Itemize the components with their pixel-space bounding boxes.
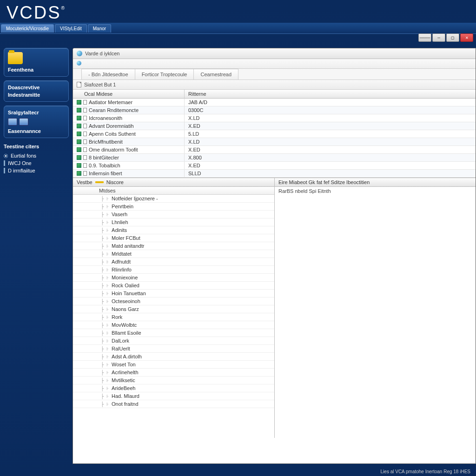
top-tab-0[interactable]: Mocuterick/Vicrosdie [1,24,54,33]
table-row[interactable]: Advant DoremniatihX.ED [73,122,476,130]
tree-item[interactable]: ├ ⊦Matd anitandtr [73,242,274,250]
tree-item[interactable]: ├ ⊦RalUerlt [73,345,274,353]
tree-item[interactable]: ├ ⊦Mrldtatet [73,250,274,258]
table-row[interactable]: 0.9. TobalbichX.ED [73,162,476,170]
tree-label: Acrlinehelth [112,370,138,375]
table-row[interactable]: Inllernsin fibertSLLD [73,170,476,178]
tree-item[interactable]: ├ ⊦Had. Mlaurd [73,392,274,400]
tree-item[interactable]: ├ ⊦Moler FCBut [73,234,274,242]
drive-icon[interactable] [8,118,17,126]
tree-item[interactable]: ├ ⊦Penrtbein [73,203,274,211]
tree-item[interactable]: ├ ⊦Woset Ton [73,361,274,369]
table-row[interactable]: BricMfnutlbenitX.LD [73,138,476,146]
tree-item[interactable]: ├ ⊦Adinits [73,226,274,234]
tree-connector-icon: ├ ⊦ [101,386,109,391]
tree-item[interactable]: ├ ⊦Rork [73,313,274,321]
tree-item[interactable]: ├ ⊦Rock Oalied [73,282,274,290]
tree-connector-icon: ├ ⊦ [101,204,109,209]
tree-connector-icon: ├ ⊦ [101,236,109,241]
table-row[interactable]: IdcroanesonithX.LD [73,114,476,122]
row-value: X.ED [185,122,476,130]
tree-label: DalLork [112,338,129,344]
top-tab-2[interactable]: Manor [88,24,111,33]
row-value: X.LD [185,114,476,122]
status-bar: Lies al VCA pmatohe Inertoan Reg 18 iHES [379,467,472,476]
minimize-button[interactable]: ─ [432,33,445,42]
sidebar-radio-0[interactable]: Eurtial fons [4,152,69,159]
tree-item[interactable]: ├ ⊦Adst A.dirtolh [73,353,274,361]
tree-body: ├ ⊦Notfeider Ijpoznere -├ ⊦Penrtbein├ ⊦V… [73,195,274,438]
table-row[interactable]: 8 bintGiteclerX.800 [73,154,476,162]
tree-connector-icon: ├ ⊦ [101,323,109,328]
tree-connector-icon: ├ ⊦ [101,275,109,280]
sidebar-radio-2[interactable]: D irrnflaiitue [4,167,69,174]
tree-connector-icon: ├ ⊦ [101,259,109,264]
table-row[interactable]: Cearan Rnditemoncte0300C [73,106,476,114]
grid-col-name[interactable]: Ocal Midese [73,90,185,98]
tree-item[interactable]: ├ ⊦Adfnutdt [73,258,274,266]
tree-item[interactable]: ├ ⊦Acrlinehelth [73,369,274,377]
grid-body: Aatlator MertemaerJAB A/DCearan Rnditemo… [73,99,476,178]
tree-item[interactable]: ├ ⊦Naons Garz [73,305,274,313]
tree-item[interactable]: ├ ⊦Moniexoine [73,274,274,282]
tree-item[interactable]: ├ ⊦Hoin Tanuettan [73,290,274,298]
tree-label: Adinits [112,227,127,233]
device-icon[interactable] [19,118,28,126]
tree-connector-icon: ├ ⊦ [101,228,109,233]
tree-item[interactable]: ├ ⊦Rlinrlinfo [73,266,274,274]
sidebar-panel3-label[interactable]: Easennannce [8,127,65,135]
tree-item[interactable]: ├ ⊦ArideBeeh [73,384,274,392]
tree-item[interactable]: ├ ⊦Notfeider Ijpoznere - [73,195,274,203]
tree-item[interactable]: ├ ⊦Onot fraitnd [73,400,274,408]
close-button[interactable]: ✕ [460,33,473,42]
grid-col-value[interactable]: Ritterne [185,90,476,98]
table-row[interactable]: Ome dinuatorrn ToofitX.ED [73,146,476,154]
row-doc-icon [83,139,87,144]
top-tab-1[interactable]: VIStyLEdit [55,24,87,33]
refresh-button[interactable]: ──── [418,33,431,42]
main-panel: Varde d iyklcen - Bdn Jitdesedtoe Fortic… [73,48,476,464]
tree-item[interactable]: ├ ⊦MovWolbtc [73,321,274,329]
row-name: 0.9. Tobalbich [89,163,120,168]
window-controls: ──── ─ ▢ ✕ [418,33,473,42]
row-doc-icon [83,116,87,120]
table-row[interactable]: Aatlator MertemaerJAB A/D [73,99,476,106]
row-name: Cearan Rnditemoncte [89,107,139,113]
lower-left-subheader[interactable]: Mtdses [73,187,274,195]
table-row[interactable]: Apenn Coits Suthent5.LD [73,130,476,138]
row-status-icon [77,147,81,152]
row-name: Ome dinuatorrn Toofit [89,147,138,152]
tree-connector-icon: ├ ⊦ [101,291,109,296]
row-name: Advant Doremniatih [89,123,134,129]
tree-item[interactable]: ├ ⊦Lhnlieh [73,218,274,226]
tree-connector-icon: ├ ⊦ [101,346,109,351]
tree-label: Bllamt Esoile [112,330,141,336]
tree-item[interactable]: ├ ⊦Octeseoinoh [73,298,274,305]
main-tab-0[interactable]: - Bdn Jitdesedtoe [81,69,135,79]
tree-label: Notfeider Ijpoznere - [112,196,158,201]
main-tab-1[interactable]: Forticor Troptecoule [135,69,194,79]
sidebar-radio-1[interactable]: IWCJ One [4,159,69,167]
maximize-button[interactable]: ▢ [446,33,459,42]
row-doc-icon [83,100,87,105]
sidebar: Feenthena Doascrevtive Indestramitte Sra… [0,48,73,464]
tree-label: Moler FCBut [112,235,140,241]
sidebar-item-describe[interactable]: Doascrevtive [8,84,65,91]
row-value: X.800 [185,154,476,161]
tree-item[interactable]: ├ ⊦Vaserh [73,211,274,218]
toolbar-globe-icon[interactable] [77,61,81,66]
row-status-icon [77,116,81,120]
tree-label: ArideBeeh [112,385,135,391]
tree-label: Rork [112,314,122,320]
tree-label: Matd anitandtr [112,243,144,249]
lower-split: Vestbe Niscore Mtdses ├ ⊦Notfeider Ijpoz… [73,178,476,438]
tree-item[interactable]: ├ ⊦Bllamt Esoile [73,329,274,337]
tree-label: Vaserh [112,212,127,217]
tree-item[interactable]: ├ ⊦DalLork [73,337,274,345]
sidebar-item-instruments[interactable]: Indestramitte [8,91,65,99]
tree-item[interactable]: ├ ⊦Mvtilksetic [73,377,274,384]
lower-right-body: RarBS nbeld Spi Eitnth [275,187,476,438]
sidebar-panel-home[interactable]: Feenthena [4,48,69,77]
tree-connector-icon: ├ ⊦ [101,378,109,383]
main-tab-2[interactable]: Cearnestread [193,69,238,79]
